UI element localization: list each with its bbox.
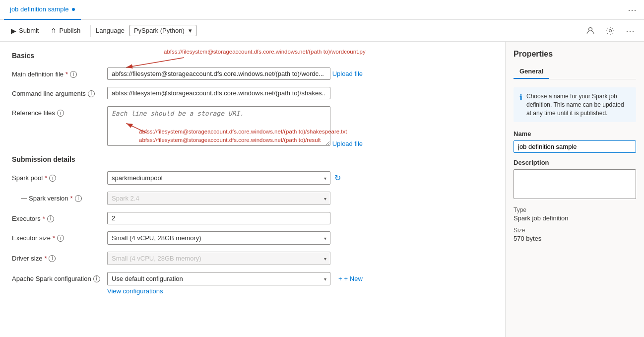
spark-version-info-icon[interactable]: i — [75, 195, 82, 202]
spark-pool-info-icon[interactable]: i — [49, 175, 56, 182]
language-label: Language — [96, 27, 125, 34]
description-property-label: Description — [514, 159, 636, 166]
spark-version-control: Spark 2.4 ▾ — [107, 192, 493, 205]
driver-size-control: Small (4 vCPU, 28GB memory) ▾ — [107, 252, 493, 265]
submit-icon: ▶ — [11, 27, 16, 35]
reference-files-control: Upload file — [107, 106, 493, 147]
publish-button[interactable]: ⇧ Publish — [46, 25, 85, 37]
content-area: Basics Main definition file * i Upload f… — [0, 42, 505, 337]
tab-job-definition[interactable]: job definition sample — [4, 0, 81, 20]
executor-size-info-icon[interactable]: i — [57, 235, 64, 242]
toolbar-right: ⋯ — [582, 23, 638, 39]
settings-icon[interactable] — [602, 23, 618, 39]
required-indicator: * — [65, 70, 68, 78]
spark-config-select[interactable]: Use default configuration — [107, 272, 330, 285]
executor-size-row: Executor size * i Small (4 vCPU, 28GB me… — [12, 231, 493, 245]
command-line-args-control — [107, 87, 493, 99]
executors-label: Executors * i — [12, 212, 101, 222]
tab-label: job definition sample — [10, 5, 69, 13]
driver-size-select[interactable]: Small (4 vCPU, 28GB memory) — [107, 252, 330, 265]
info-box-text: Choose a name for your Spark job definit… — [526, 92, 630, 117]
main-file-upload-link[interactable]: Upload file — [332, 70, 363, 77]
chevron-down-icon: ▾ — [189, 27, 192, 34]
apache-spark-config-label: Apache Spark configuration i — [12, 272, 101, 282]
publish-icon: ⇧ — [51, 27, 57, 35]
command-line-args-input[interactable] — [107, 87, 330, 99]
submission-details-title: Submission details — [12, 155, 493, 163]
more-options-icon[interactable]: ⋯ — [624, 2, 640, 18]
spark-pool-control: sparkmediumpool ▾ ↻ — [107, 171, 493, 185]
executor-size-control: Small (4 vCPU, 28GB memory) ▾ — [107, 231, 493, 245]
tab-modified-dot — [72, 8, 75, 11]
reference-files-row: Reference files i Upload file — [12, 106, 493, 147]
executor-size-label: Executor size * i — [12, 231, 101, 242]
toolbar-separator — [90, 25, 91, 37]
command-line-args-label: Command line arguments i — [12, 87, 101, 97]
properties-panel: Properties General ℹ Choose a name for y… — [505, 42, 644, 337]
spark-pool-label: Spark pool * i — [12, 171, 101, 182]
toolbar: ▶ Submit ⇧ Publish Language PySpark (Pyt… — [0, 20, 644, 42]
reference-files-label: Reference files i — [12, 106, 101, 117]
tab-bar: job definition sample ⋯ — [0, 0, 644, 20]
spark-version-row: Spark version * i Spark 2.4 ▾ — [12, 192, 493, 205]
plus-icon: + — [338, 275, 342, 282]
ref-files-upload-link[interactable]: Upload file — [332, 140, 363, 147]
basics-section-title: Basics — [12, 52, 493, 60]
driver-size-label: Driver size * i — [12, 252, 101, 262]
spark-config-info-icon[interactable]: i — [93, 275, 100, 282]
executors-row: Executors * i — [12, 212, 493, 224]
refresh-icon[interactable]: ↻ — [334, 173, 341, 183]
executors-info-icon[interactable]: i — [47, 215, 54, 222]
svg-point-1 — [609, 29, 612, 32]
properties-panel-tabs: General — [514, 65, 636, 79]
executors-input[interactable] — [107, 212, 330, 224]
ref-files-info-icon[interactable]: i — [57, 110, 64, 117]
spark-pool-select[interactable]: sparkmediumpool — [107, 171, 330, 185]
apache-spark-config-row: Apache Spark configuration i Use default… — [12, 272, 493, 295]
size-property-label: Size — [514, 227, 636, 234]
name-property-input[interactable] — [514, 140, 636, 153]
main-layout: Basics Main definition file * i Upload f… — [0, 42, 644, 337]
driver-size-info-icon[interactable]: i — [49, 255, 56, 262]
spark-pool-row: Spark pool * i sparkmediumpool ▾ ↻ — [12, 171, 493, 185]
main-definition-file-control: Upload file — [107, 67, 493, 80]
cmd-args-info-icon[interactable]: i — [88, 90, 95, 97]
language-selector[interactable]: PySpark (Python) ▾ — [129, 25, 196, 36]
properties-info-box: ℹ Choose a name for your Spark job defin… — [514, 87, 636, 122]
main-definition-file-row: Main definition file * i Upload file — [12, 67, 493, 80]
main-definition-file-label: Main definition file * i — [12, 67, 101, 78]
more-icon[interactable]: ⋯ — [622, 23, 638, 39]
info-icon: ℹ — [519, 93, 522, 117]
view-configurations-link[interactable]: View configurations — [107, 287, 163, 295]
general-tab[interactable]: General — [514, 65, 549, 79]
name-property-label: Name — [514, 130, 636, 137]
executor-size-select[interactable]: Small (4 vCPU, 28GB memory) — [107, 231, 330, 245]
reference-files-textarea[interactable] — [107, 106, 330, 146]
main-file-info-icon[interactable]: i — [70, 71, 77, 78]
command-line-args-row: Command line arguments i — [12, 87, 493, 99]
size-property-value: 570 bytes — [514, 235, 636, 242]
apache-spark-config-control: Use default configuration ▾ + + New View… — [107, 272, 493, 295]
description-property-input[interactable] — [514, 169, 636, 199]
properties-panel-title: Properties — [514, 50, 636, 59]
new-config-button[interactable]: + + New — [338, 275, 363, 282]
driver-size-row: Driver size * i Small (4 vCPU, 28GB memo… — [12, 252, 493, 265]
person-icon[interactable] — [582, 23, 598, 39]
main-definition-file-input[interactable] — [107, 67, 330, 80]
type-property-value: Spark job definition — [514, 214, 636, 222]
spark-version-select[interactable]: Spark 2.4 — [107, 192, 330, 205]
spark-version-label: Spark version * i — [12, 192, 101, 202]
indent-line — [21, 198, 27, 199]
submit-button[interactable]: ▶ Submit — [6, 25, 44, 37]
executors-control — [107, 212, 493, 224]
type-property-label: Type — [514, 206, 636, 213]
